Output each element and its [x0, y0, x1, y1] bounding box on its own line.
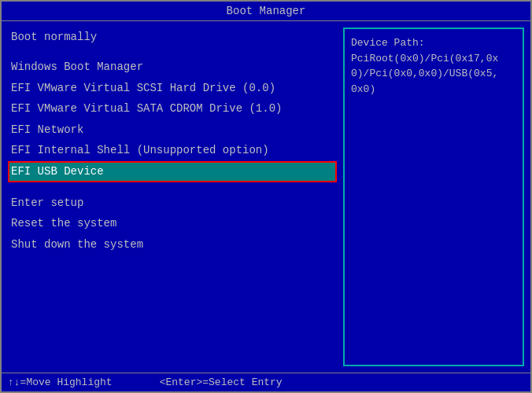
- menu-item-reset-system[interactable]: Reset the system: [8, 214, 337, 233]
- status-hint-move: ↑↓=Move Highlight: [8, 376, 113, 388]
- status-bar: ↑↓=Move Highlight <Enter>=Select Entry: [2, 373, 530, 391]
- menu-item-enter-setup[interactable]: Enter setup: [8, 193, 337, 212]
- menu-item-efi-scsi[interactable]: EFI VMware Virtual SCSI Hard Drive (0.0): [8, 79, 337, 97]
- menu-item-windows-boot-manager[interactable]: Windows Boot Manager: [8, 57, 337, 76]
- bios-screen: Boot Manager Boot normally Windows Boot …: [0, 0, 532, 393]
- menu-separator-2: [8, 184, 337, 192]
- title-text: Boot Manager: [227, 5, 306, 17]
- left-panel: Boot normally Windows Boot Manager EFI V…: [8, 28, 337, 366]
- menu-item-efi-cdrom[interactable]: EFI VMware Virtual SATA CDROM Drive (1.0…: [8, 99, 337, 118]
- device-path-panel: Device Path: PciRoot(0x0)/Pci(0x17,0x0)/…: [343, 28, 524, 366]
- menu-item-efi-usb[interactable]: EFI USB Device: [8, 161, 337, 182]
- title-bar: Boot Manager: [2, 2, 530, 21]
- menu-item-efi-network[interactable]: EFI Network: [8, 120, 337, 139]
- device-path-value: PciRoot(0x0)/Pci(0x17,0x0)/Pci(0x0,0x0)/…: [351, 51, 516, 97]
- menu-item-efi-shell[interactable]: EFI Internal Shell (Unsupported option): [8, 141, 337, 160]
- status-hint-select: <Enter>=Select Entry: [160, 376, 283, 388]
- main-content: Boot normally Windows Boot Manager EFI V…: [2, 21, 530, 373]
- menu-item-boot-normally[interactable]: Boot normally: [8, 28, 337, 46]
- menu-item-shut-down[interactable]: Shut down the system: [8, 235, 337, 254]
- menu-separator-1: [8, 48, 337, 56]
- device-path-label: Device Path:: [351, 35, 516, 51]
